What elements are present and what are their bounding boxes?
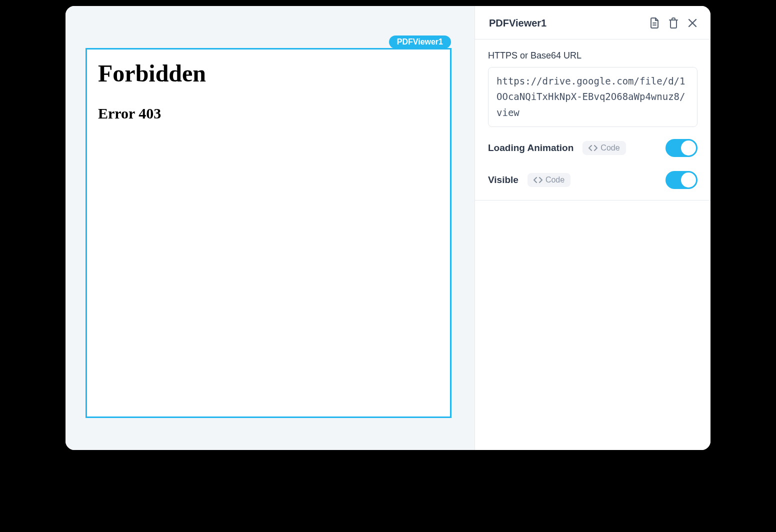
trash-icon (668, 18, 678, 28)
properties-panel-body: HTTPS or Base64 URL https://drive.google… (475, 40, 710, 200)
visible-label: Visible (488, 174, 518, 186)
code-icon (588, 144, 598, 152)
visible-toggle[interactable] (666, 171, 698, 189)
delete-button[interactable] (666, 16, 680, 30)
code-icon (534, 176, 542, 184)
properties-panel-header: PDFViewer1 (475, 6, 710, 40)
loading-animation-toggle[interactable] (666, 139, 698, 157)
code-chip-label: Code (600, 144, 620, 152)
properties-panel: PDFViewer1 (474, 6, 710, 450)
close-button[interactable] (686, 16, 700, 30)
pdf-viewer-widget[interactable]: PDFViewer1 Forbidden Error 403 (86, 48, 452, 418)
widget-tag-badge: PDFViewer1 (389, 36, 451, 48)
code-chip-label: Code (546, 176, 564, 184)
app-window: PDFViewer1 Forbidden Error 403 PDFViewer… (66, 6, 710, 450)
loading-animation-row: Loading Animation Code (488, 139, 698, 157)
close-icon (688, 18, 697, 28)
panel-title: PDFViewer1 (489, 18, 642, 29)
pdf-error-page: Forbidden Error 403 (87, 50, 450, 132)
visible-code-chip[interactable]: Code (528, 173, 570, 187)
loading-animation-code-chip[interactable]: Code (582, 141, 626, 155)
error-title: Forbidden (98, 60, 439, 87)
error-subtitle: Error 403 (98, 105, 439, 122)
url-field-label: HTTPS or Base64 URL (488, 50, 698, 61)
visible-row: Visible Code (488, 171, 698, 189)
copy-button[interactable] (648, 16, 662, 30)
canvas-area[interactable]: PDFViewer1 Forbidden Error 403 (66, 6, 474, 450)
loading-animation-label: Loading Animation (488, 142, 574, 154)
document-icon (650, 18, 660, 28)
url-input[interactable]: https://drive.google.com/file/d/1OOcaNQi… (488, 67, 698, 127)
toggle-knob (681, 140, 696, 156)
toggle-knob (681, 172, 696, 188)
